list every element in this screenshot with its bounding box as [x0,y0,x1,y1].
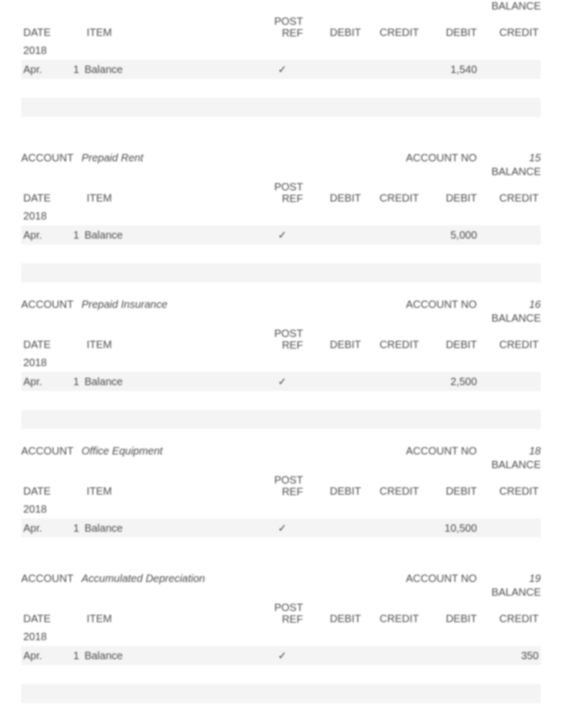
cell-day [56,206,83,225]
cell-month [21,244,56,263]
table-row [21,391,541,410]
col-post-ref: POST REF [259,472,305,499]
cell-month [21,263,56,283]
table-row [21,98,541,117]
cell-debit [305,391,364,410]
cell-day [56,41,83,60]
cell-day: 1 [56,225,83,244]
cell-item [83,499,260,518]
table-row: 2018 [21,627,541,646]
cell-day [56,117,83,136]
cell-item [83,627,260,646]
cell-item: Balance [83,646,260,665]
ledger-account: BALANCEDATEITEMPOST REFDEBITCREDITDEBITC… [21,0,541,136]
cell-credit [363,410,421,429]
table-row: 2018 [21,41,541,60]
col-balance-credit: CREDIT [479,325,541,353]
cell-month [21,98,56,117]
cell-balance-credit [479,372,541,391]
cell-debit [305,372,364,391]
cell-month [21,117,56,136]
col-date: DATE [21,599,83,627]
cell-balance-debit [421,117,479,136]
table-row [21,538,541,557]
col-item: ITEM [83,599,260,627]
cell-balance-credit [479,98,541,117]
cell-credit [363,665,421,684]
cell-balance-debit [421,79,479,98]
col-debit: DEBIT [305,325,364,353]
cell-balance-credit [479,410,541,429]
cell-item: Balance [83,60,260,79]
cell-month [21,79,56,98]
cell-post-ref [259,499,305,518]
cell-month: 2018 [21,499,56,518]
account-name: Prepaid Rent [81,152,406,164]
table-row: Apr.1Balance✓1,540 [21,60,541,79]
cell-balance-credit [479,684,541,703]
cell-month: Apr. [21,646,56,665]
cell-credit [363,646,421,665]
ledger-table: DATEITEMPOST REFDEBITCREDITDEBITCREDIT20… [21,13,541,136]
cell-day: 1 [56,518,83,538]
cell-debit [305,353,364,372]
cell-debit [305,646,364,665]
cell-item [83,665,260,684]
account-no-label: ACCOUNT NO [406,572,480,585]
cell-credit [363,518,421,538]
ledger-account: ACCOUNTPrepaid InsuranceACCOUNT NO16BALA… [21,298,541,429]
cell-year-text: 2018 [23,631,47,642]
col-post-ref-text: POST REF [261,181,303,204]
table-row [21,263,541,283]
cell-credit [363,225,421,244]
cell-debit [305,206,364,225]
col-post-ref: POST REF [259,599,305,627]
cell-balance-credit [479,538,541,557]
col-debit: DEBIT [305,13,364,41]
cell-credit [363,60,421,79]
ledger-table: DATEITEMPOST REFDEBITCREDITDEBITCREDIT20… [21,472,541,557]
cell-credit [363,627,421,646]
table-row: 2018 [21,206,541,225]
cell-month [21,410,56,429]
cell-credit [363,117,421,136]
cell-day [56,263,83,283]
cell-credit [363,206,421,225]
cell-month-text: Apr. [23,63,42,75]
cell-day [56,684,83,703]
cell-debit [305,117,364,136]
cell-item [83,684,260,703]
cell-month-text: Apr. [23,229,42,241]
cell-balance-debit [421,206,479,225]
col-credit: CREDIT [363,179,421,206]
cell-debit [305,263,364,283]
account-no-label: ACCOUNT NO [406,152,480,164]
account-header: ACCOUNTPrepaid RentACCOUNT NO15 [21,152,541,164]
account-label: ACCOUNT [21,445,81,457]
account-label: ACCOUNT [21,152,81,164]
table-row [21,410,541,429]
cell-month: 2018 [21,353,56,372]
cell-post-ref [259,665,305,684]
cell-item [83,538,260,557]
account-label: ACCOUNT [21,572,81,585]
cell-item [83,391,260,410]
col-item: ITEM [83,325,260,353]
account-header: ACCOUNTPrepaid InsuranceACCOUNT NO16 [21,298,541,311]
ledger-account: ACCOUNTPrepaid RentACCOUNT NO15BALANCEDA… [21,152,541,283]
cell-credit [363,538,421,557]
cell-month-text: Apr. [23,650,42,661]
ledger-table: DATEITEMPOST REFDEBITCREDITDEBITCREDIT20… [21,325,541,429]
col-item: ITEM [83,179,260,206]
cell-item [83,98,260,117]
cell-balance-debit [421,98,479,117]
account-no-label: ACCOUNT NO [406,298,480,311]
cell-post-ref [259,263,305,283]
cell-balance-debit [421,391,479,410]
col-balance-debit: DEBIT [421,325,479,353]
table-row [21,684,541,703]
cell-item [83,41,260,60]
cell-item [83,206,260,225]
cell-post-ref: ✓ [259,60,305,79]
cell-day [56,244,83,263]
